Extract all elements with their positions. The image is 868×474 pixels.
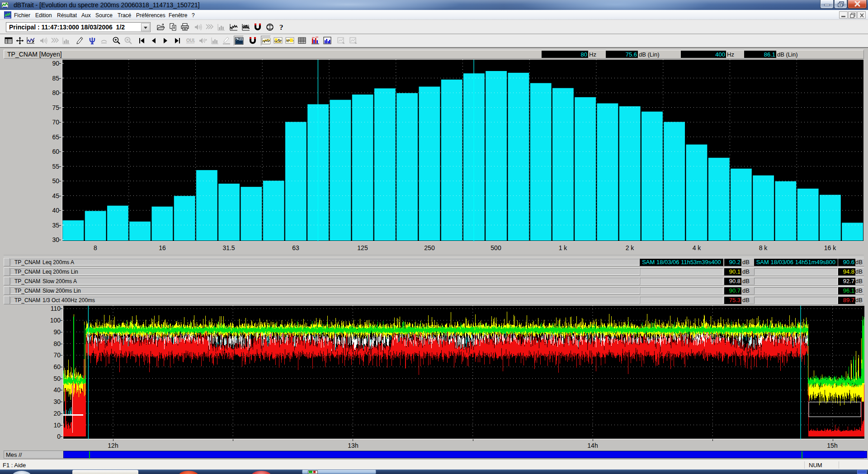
svg-text:OUL: OUL [186,38,195,43]
svg-text:?: ? [279,23,283,32]
